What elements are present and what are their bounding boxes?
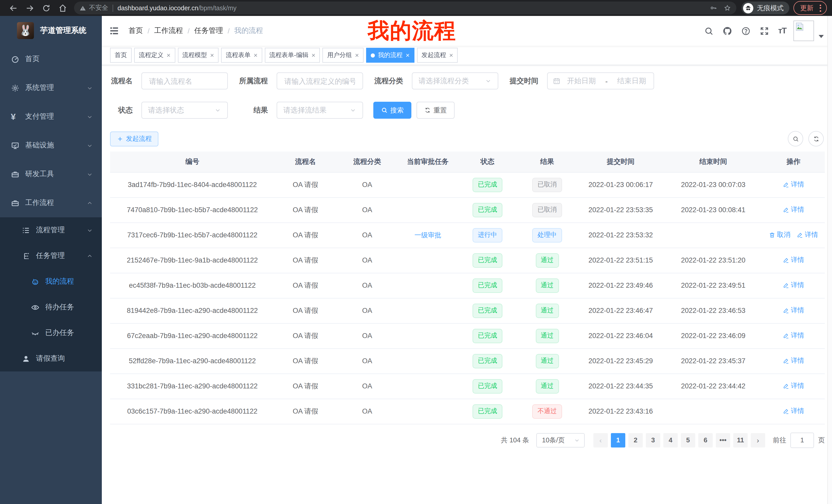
sidebar-item-infrastructure[interactable]: 基础设施 [0,131,102,160]
sidebar-item-task-manage[interactable]: 任务管理 [0,243,102,269]
tab-start-process[interactable]: 发起流程× [417,48,458,63]
status-badge: 已完成 [473,379,502,393]
detail-button[interactable]: 详情 [783,281,804,290]
sidebar-item-label: 工作流程 [25,198,54,207]
sidebar-item-dev-tools[interactable]: 研发工具 [0,160,102,189]
hamburger-icon[interactable] [109,26,119,36]
page-button-1[interactable]: 1 [611,433,625,447]
tab-process-form-edit[interactable]: 流程表单-编辑× [265,48,320,63]
cell-end-time [665,399,762,424]
back-icon[interactable] [9,3,18,12]
next-page-button[interactable]: › [751,433,765,447]
page-button-5[interactable]: 5 [681,433,695,447]
sidebar-item-home[interactable]: 首页 [0,45,102,74]
breadcrumb-home[interactable]: 首页 [129,26,143,35]
browser-menu-icon[interactable] [817,4,823,11]
close-icon[interactable]: × [406,52,410,59]
github-icon[interactable] [723,26,732,36]
font-size-icon[interactable]: тТ [778,26,786,35]
sidebar-item-todo-task[interactable]: 待办任务 [0,295,102,320]
browser-update-button[interactable]: 更新 [794,1,827,15]
reset-button[interactable]: 重置 [417,102,454,119]
cell-current-task [398,273,458,298]
page-button-6[interactable]: 6 [698,433,713,447]
tab-process-form[interactable]: 流程表单× [221,48,262,63]
cell-status: 已完成 [458,348,517,373]
sidebar-item-process-manage[interactable]: 流程管理 [0,217,102,243]
sidebar-item-label: 待办任务 [45,303,74,312]
sidebar-item-payment-manage[interactable]: ¥支付管理 [0,102,102,131]
cancel-button[interactable]: 取消 [769,230,790,240]
chevron-down-icon[interactable] [818,35,824,38]
sidebar-item-done-task[interactable]: 已办任务 [0,320,102,346]
detail-button[interactable]: 详情 [783,407,804,416]
category-select[interactable]: 请选择流程分类 [412,73,498,89]
sidebar-item-workflow[interactable]: 工作流程 [0,189,102,217]
total-count: 共 104 条 [501,436,529,445]
close-icon[interactable]: × [210,52,214,59]
sidebar-item-my-process[interactable]: 我的流程 [0,269,102,295]
fullscreen-icon[interactable] [760,26,770,36]
page-button-3[interactable]: 3 [646,433,660,447]
reload-icon[interactable] [42,3,51,12]
address-bar[interactable]: 不安全 dashboard.yudao.iocoder.cn /bpm/task… [74,2,736,15]
detail-button[interactable]: 详情 [797,230,818,240]
detail-button[interactable]: 详情 [783,356,804,366]
sidebar-item-system-manage[interactable]: 系统管理 [0,74,102,102]
tab-user-group[interactable]: 用户分组× [323,48,364,63]
close-icon[interactable]: × [166,52,171,59]
page-button-4[interactable]: 4 [663,433,678,447]
detail-button[interactable]: 详情 [783,331,804,340]
cell-category: OA [336,172,398,197]
submit-time-range-picker[interactable]: 开始日期 - 结束日期 [547,73,654,89]
close-icon[interactable]: × [254,52,257,59]
detail-button[interactable]: 详情 [783,306,804,315]
detail-button[interactable]: 详情 [783,382,804,391]
result-select[interactable]: 请选择流结果 [277,102,363,119]
search-button[interactable]: 搜索 [373,102,411,119]
tab-home[interactable]: 首页 [110,48,132,63]
goto-page-input[interactable] [790,432,814,448]
current-task-link[interactable]: 一级审批 [414,230,441,240]
tab-process-definition[interactable]: 流程定义× [134,48,175,63]
cell-status: 进行中 [458,222,517,248]
edit-icon [783,181,789,188]
prev-page-button[interactable]: ‹ [593,433,608,447]
navbar-actions: тТ [696,21,825,41]
show-search-button[interactable] [788,131,803,146]
search-icon[interactable] [704,26,714,36]
close-icon[interactable]: × [312,52,315,59]
detail-button[interactable]: 详情 [783,205,804,215]
user-avatar[interactable] [794,21,814,41]
status-select[interactable]: 请选择状态 [141,102,228,119]
detail-button[interactable]: 详情 [783,180,804,189]
close-icon[interactable]: × [449,52,453,59]
breadcrumb-workflow[interactable]: 工作流程 [154,26,183,35]
page-button-11[interactable]: 11 [733,433,748,447]
sidebar: 🐰 芋道管理系统 首页系统管理¥支付管理基础设施研发工具工作流程流程管理任务管理… [0,16,102,504]
sidebar-item-leave-query[interactable]: 请假查询 [0,346,102,371]
tab-process-model[interactable]: 流程模型× [178,48,218,63]
breadcrumb-task-manage[interactable]: 任务管理 [194,26,223,35]
page-button-2[interactable]: 2 [628,433,643,447]
owner-process-input[interactable] [277,73,363,89]
tab-my-process[interactable]: 我的流程× [366,48,414,63]
password-key-icon[interactable] [710,4,717,12]
result-badge: 不通过 [532,404,562,418]
page-scrollbar[interactable] [827,16,832,504]
cell-process-name: OA 请假 [275,373,336,399]
bookmark-star-icon[interactable] [724,4,731,12]
help-icon[interactable] [741,26,751,36]
page-size-select[interactable]: 10条/页 [536,433,585,447]
start-process-button[interactable]: 发起流程 [110,131,158,146]
refresh-table-button[interactable] [808,131,824,146]
result-label: 结果 [238,106,268,115]
more-pages-button[interactable]: ••• [716,433,730,447]
security-label[interactable]: 不安全 [89,4,108,12]
process-name-input[interactable] [141,73,228,89]
close-icon[interactable]: × [355,52,359,59]
app-logo[interactable]: 🐰 芋道管理系统 [0,16,102,45]
detail-button[interactable]: 详情 [783,256,804,265]
forward-icon[interactable] [25,3,34,12]
home-icon[interactable] [58,3,67,12]
